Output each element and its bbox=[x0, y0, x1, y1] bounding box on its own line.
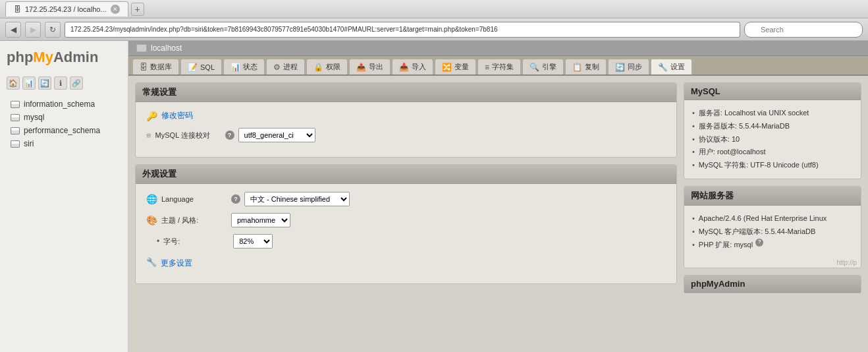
settings-icon[interactable]: 🔗 bbox=[70, 76, 83, 90]
mysql-info-header: MySQL bbox=[684, 83, 861, 100]
collation-icon: ≡ bbox=[146, 131, 151, 140]
tab-label: 数据库 bbox=[150, 62, 172, 72]
sql-icon[interactable]: 📊 bbox=[22, 76, 36, 90]
theme-select[interactable]: pmahomme original bbox=[231, 213, 290, 227]
mysql-info-panel: MySQL • 服务器: Localhost via UNIX socket •… bbox=[684, 82, 861, 179]
variables-icon: 🔀 bbox=[442, 63, 452, 72]
language-row: 🌐 Language ? 中文 - Chinese simplified Eng… bbox=[146, 192, 666, 206]
tab-processes[interactable]: ⚙ 进程 bbox=[266, 59, 305, 74]
right-panel: MySQL • 服务器: Localhost via UNIX socket •… bbox=[684, 82, 861, 293]
mysql-info-user: 用户: root@localhost bbox=[699, 146, 766, 159]
db-label: mysql bbox=[24, 113, 44, 122]
mysql-info-protocol: 协议版本: 10 bbox=[699, 133, 740, 146]
refresh-icon[interactable]: 🔄 bbox=[38, 76, 51, 90]
new-tab-button[interactable]: + bbox=[131, 3, 144, 16]
db-item-siri[interactable]: siri bbox=[0, 137, 128, 150]
status-icon: 📊 bbox=[231, 63, 240, 72]
search-input[interactable] bbox=[744, 22, 863, 38]
tab-close-button[interactable]: ✕ bbox=[111, 5, 120, 14]
db-icon bbox=[11, 114, 20, 121]
sidebar: phpMyAdmin 🏠 📊 🔄 ℹ 🔗 information_schema … bbox=[0, 41, 128, 352]
tab-charsets[interactable]: ≡ 字符集 bbox=[477, 59, 521, 74]
sql-icon: 📝 bbox=[188, 63, 198, 72]
db-icon bbox=[11, 140, 20, 148]
db-icon bbox=[11, 101, 20, 108]
db-label: information_schema bbox=[24, 100, 95, 109]
tab-label: 状态 bbox=[243, 62, 258, 72]
export-icon: 📤 bbox=[356, 63, 366, 72]
appearance-settings-header: 外观设置 bbox=[136, 165, 676, 184]
theme-icon: 🎨 bbox=[146, 215, 157, 225]
font-select[interactable]: 82% 90% 100% bbox=[233, 234, 273, 249]
tab-title: 172.25.254.23 / localho... bbox=[25, 5, 107, 13]
mysql-info-item: • 协议版本: 10 bbox=[692, 133, 853, 146]
left-panels: 常规设置 🔑 修改密码 ≡ MySQL 连接校对 ? bbox=[135, 82, 677, 293]
collation-help-icon[interactable]: ? bbox=[225, 131, 234, 140]
language-help-icon[interactable]: ? bbox=[231, 194, 240, 204]
tab-databases[interactable]: 🗄 数据库 bbox=[132, 59, 179, 74]
font-row: • 字号: 82% 90% 100% bbox=[157, 234, 666, 249]
forward-button[interactable]: ▶ bbox=[25, 22, 41, 38]
mysql-client-version: MySQL 客户端版本: 5.5.44-MariaDB bbox=[699, 225, 815, 239]
db-label: performance_schema bbox=[24, 126, 100, 135]
tab-label: 权限 bbox=[326, 62, 340, 72]
tab-privileges[interactable]: 🔒 权限 bbox=[306, 59, 348, 74]
tab-sync[interactable]: 🔄 同步 bbox=[608, 59, 649, 74]
logo-php: php bbox=[7, 49, 33, 65]
theme-row: 🎨 主题 / 风格: pmahomme original bbox=[146, 213, 666, 227]
db-list: information_schema mysql performance_sch… bbox=[0, 95, 128, 153]
charsets-icon: ≡ bbox=[485, 63, 489, 72]
pma-section-panel: phpMyAdmin bbox=[684, 275, 861, 293]
tab-variables[interactable]: 🔀 变量 bbox=[435, 59, 476, 74]
db-icon bbox=[11, 127, 20, 134]
theme-label: 主题 / 风格: bbox=[161, 216, 227, 225]
tab-label: 引擎 bbox=[542, 62, 556, 72]
mysql-info-item: • 服务器: Localhost via UNIX socket bbox=[692, 107, 853, 120]
change-password-link[interactable]: 修改密码 bbox=[161, 110, 193, 121]
home-icon[interactable]: 🏠 bbox=[7, 76, 20, 90]
mysql-info-title: MySQL bbox=[691, 86, 720, 96]
tab-import[interactable]: 📥 导入 bbox=[392, 59, 433, 74]
tab-favicon: 🗄 bbox=[14, 5, 21, 13]
server-icon bbox=[136, 44, 147, 52]
tab-label: 进程 bbox=[283, 62, 298, 72]
general-settings-panel: 常规设置 🔑 修改密码 ≡ MySQL 连接校对 ? bbox=[135, 82, 677, 158]
tab-engines[interactable]: 🔍 引擎 bbox=[522, 59, 564, 74]
mysql-info-item: • 服务器版本: 5.5.44-MariaDB bbox=[692, 120, 853, 133]
mysql-collation-row: ≡ MySQL 连接校对 ? utf8_general_ci utf8_unic… bbox=[146, 128, 666, 142]
tab-replication[interactable]: 📋 复制 bbox=[565, 59, 607, 74]
more-settings-link[interactable]: 更多设置 bbox=[161, 258, 192, 269]
content-area: 常规设置 🔑 修改密码 ≡ MySQL 连接校对 ? bbox=[128, 76, 868, 300]
php-help-icon[interactable]: ? bbox=[755, 239, 763, 247]
back-button[interactable]: ◀ bbox=[5, 22, 21, 38]
web-server-item: • MySQL 客户端版本: 5.5.44-MariaDB bbox=[692, 225, 853, 239]
settings-icon: 🔧 bbox=[658, 63, 668, 72]
search-wrapper: 🔍 bbox=[744, 22, 863, 38]
browser-titlebar: 🗄 172.25.254.23 / localho... ✕ + bbox=[0, 0, 868, 18]
sync-icon: 🔄 bbox=[615, 63, 625, 72]
server-header: localhost bbox=[128, 41, 868, 56]
db-item-mysql[interactable]: mysql bbox=[0, 111, 128, 124]
reload-button[interactable]: ↻ bbox=[45, 22, 61, 38]
tab-sql[interactable]: 📝 SQL bbox=[180, 59, 222, 74]
bullet-icon: • bbox=[692, 212, 695, 225]
tab-label: SQL bbox=[200, 63, 215, 71]
language-select[interactable]: 中文 - Chinese simplified English bbox=[244, 192, 350, 206]
general-settings-title: 常规设置 bbox=[142, 87, 176, 97]
processes-icon: ⚙ bbox=[273, 63, 281, 72]
tab-export[interactable]: 📤 导出 bbox=[349, 59, 391, 74]
url-bar[interactable] bbox=[65, 22, 740, 38]
web-server-title: 网站服务器 bbox=[691, 191, 734, 200]
db-item-information-schema[interactable]: information_schema bbox=[0, 98, 128, 111]
appearance-settings-title: 外观设置 bbox=[142, 169, 176, 179]
mysql-info-version: 服务器版本: 5.5.44-MariaDB bbox=[699, 120, 790, 133]
tab-settings[interactable]: 🔧 设置 bbox=[651, 59, 692, 74]
logo-admin: Admin bbox=[53, 49, 98, 65]
browser-tab[interactable]: 🗄 172.25.254.23 / localho... ✕ bbox=[5, 1, 128, 16]
info-icon[interactable]: ℹ bbox=[54, 76, 67, 90]
bullet-icon: • bbox=[692, 159, 695, 172]
key-icon: 🔑 bbox=[146, 111, 157, 121]
tab-status[interactable]: 📊 状态 bbox=[223, 59, 265, 74]
db-item-performance-schema[interactable]: performance_schema bbox=[0, 124, 128, 137]
mysql-collation-select[interactable]: utf8_general_ci utf8_unicode_ci latin1_s… bbox=[238, 128, 315, 142]
